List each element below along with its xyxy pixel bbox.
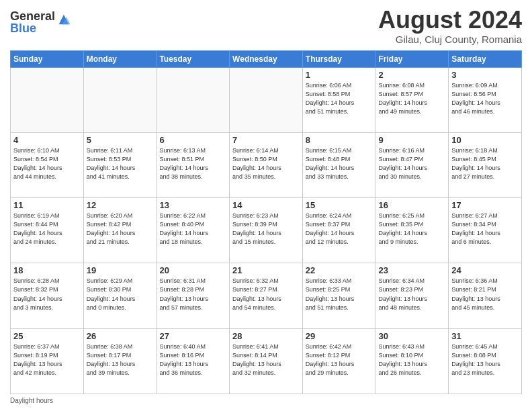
table-row: [157, 67, 230, 132]
calendar-week-row: 25Sunrise: 6:37 AM Sunset: 8:19 PM Dayli…: [11, 328, 522, 394]
footer: Daylight hours: [10, 397, 522, 404]
table-row: 22Sunrise: 6:33 AM Sunset: 8:25 PM Dayli…: [302, 263, 375, 328]
table-row: 23Sunrise: 6:34 AM Sunset: 8:23 PM Dayli…: [375, 263, 449, 328]
day-number: 19: [87, 265, 154, 275]
col-friday: Friday: [375, 50, 449, 67]
day-info: Sunrise: 6:40 AM Sunset: 8:16 PM Dayligh…: [159, 342, 226, 377]
table-row: 18Sunrise: 6:28 AM Sunset: 8:32 PM Dayli…: [11, 263, 84, 328]
day-info: Sunrise: 6:41 AM Sunset: 8:14 PM Dayligh…: [232, 342, 300, 377]
day-number: 27: [159, 331, 226, 341]
table-row: 4Sunrise: 6:10 AM Sunset: 8:54 PM Daylig…: [11, 132, 84, 197]
table-row: 15Sunrise: 6:24 AM Sunset: 8:37 PM Dayli…: [302, 198, 375, 263]
day-number: 15: [306, 200, 373, 210]
day-number: 30: [379, 331, 446, 341]
day-info: Sunrise: 6:29 AM Sunset: 8:30 PM Dayligh…: [87, 277, 154, 312]
table-row: 2Sunrise: 6:08 AM Sunset: 8:57 PM Daylig…: [375, 67, 449, 132]
logo-general: General: [10, 10, 55, 22]
calendar-week-row: 11Sunrise: 6:19 AM Sunset: 8:44 PM Dayli…: [11, 198, 522, 263]
logo-icon: [56, 12, 71, 27]
table-row: [230, 67, 303, 132]
table-row: 21Sunrise: 6:32 AM Sunset: 8:27 PM Dayli…: [230, 263, 303, 328]
day-info: Sunrise: 6:38 AM Sunset: 8:17 PM Dayligh…: [87, 342, 154, 377]
table-row: 7Sunrise: 6:14 AM Sunset: 8:50 PM Daylig…: [230, 132, 303, 197]
day-info: Sunrise: 6:11 AM Sunset: 8:53 PM Dayligh…: [87, 146, 154, 181]
day-number: 24: [451, 265, 519, 275]
day-info: Sunrise: 6:14 AM Sunset: 8:50 PM Dayligh…: [232, 146, 300, 181]
table-row: 5Sunrise: 6:11 AM Sunset: 8:53 PM Daylig…: [83, 132, 157, 197]
title-section: August 2024 Gilau, Cluj County, Romania: [378, 7, 522, 45]
table-row: 6Sunrise: 6:13 AM Sunset: 8:51 PM Daylig…: [157, 132, 230, 197]
col-saturday: Saturday: [449, 50, 522, 67]
day-info: Sunrise: 6:13 AM Sunset: 8:51 PM Dayligh…: [159, 146, 226, 181]
table-row: 16Sunrise: 6:25 AM Sunset: 8:35 PM Dayli…: [375, 198, 449, 263]
day-info: Sunrise: 6:25 AM Sunset: 8:35 PM Dayligh…: [379, 212, 446, 246]
table-row: 10Sunrise: 6:18 AM Sunset: 8:45 PM Dayli…: [449, 132, 522, 197]
table-row: 11Sunrise: 6:19 AM Sunset: 8:44 PM Dayli…: [11, 198, 84, 263]
day-info: Sunrise: 6:10 AM Sunset: 8:54 PM Dayligh…: [13, 146, 81, 181]
calendar-header-row: Sunday Monday Tuesday Wednesday Thursday…: [11, 50, 522, 67]
day-info: Sunrise: 6:15 AM Sunset: 8:48 PM Dayligh…: [306, 146, 373, 181]
day-info: Sunrise: 6:42 AM Sunset: 8:12 PM Dayligh…: [306, 342, 373, 377]
day-number: 29: [306, 331, 373, 341]
table-row: 28Sunrise: 6:41 AM Sunset: 8:14 PM Dayli…: [230, 328, 303, 394]
day-number: 8: [306, 135, 373, 145]
daylight-label: Daylight hours: [10, 397, 53, 404]
logo-blue: Blue: [10, 22, 55, 34]
table-row: 24Sunrise: 6:36 AM Sunset: 8:21 PM Dayli…: [449, 263, 522, 328]
day-info: Sunrise: 6:33 AM Sunset: 8:25 PM Dayligh…: [306, 277, 373, 312]
day-info: Sunrise: 6:27 AM Sunset: 8:34 PM Dayligh…: [451, 212, 519, 246]
day-info: Sunrise: 6:24 AM Sunset: 8:37 PM Dayligh…: [306, 212, 373, 246]
day-number: 2: [379, 70, 446, 80]
day-info: Sunrise: 6:34 AM Sunset: 8:23 PM Dayligh…: [379, 277, 446, 312]
day-number: 21: [232, 265, 300, 275]
page: General Blue August 2024 Gilau, Cluj Cou…: [0, 0, 532, 411]
day-info: Sunrise: 6:08 AM Sunset: 8:57 PM Dayligh…: [379, 81, 446, 116]
table-row: 14Sunrise: 6:23 AM Sunset: 8:39 PM Dayli…: [230, 198, 303, 263]
day-info: Sunrise: 6:31 AM Sunset: 8:28 PM Dayligh…: [159, 277, 226, 312]
day-info: Sunrise: 6:06 AM Sunset: 8:58 PM Dayligh…: [306, 81, 373, 116]
day-number: 4: [13, 135, 81, 145]
location: Gilau, Cluj County, Romania: [378, 34, 522, 45]
day-info: Sunrise: 6:32 AM Sunset: 8:27 PM Dayligh…: [232, 277, 300, 312]
table-row: 19Sunrise: 6:29 AM Sunset: 8:30 PM Dayli…: [83, 263, 157, 328]
logo-text: General Blue: [10, 10, 55, 34]
day-number: 12: [87, 200, 154, 210]
day-info: Sunrise: 6:23 AM Sunset: 8:39 PM Dayligh…: [232, 212, 300, 246]
day-number: 14: [232, 200, 300, 210]
col-wednesday: Wednesday: [230, 50, 303, 67]
col-monday: Monday: [83, 50, 157, 67]
table-row: 1Sunrise: 6:06 AM Sunset: 8:58 PM Daylig…: [302, 67, 375, 132]
calendar-week-row: 4Sunrise: 6:10 AM Sunset: 8:54 PM Daylig…: [11, 132, 522, 197]
day-info: Sunrise: 6:16 AM Sunset: 8:47 PM Dayligh…: [379, 146, 446, 181]
calendar-week-row: 1Sunrise: 6:06 AM Sunset: 8:58 PM Daylig…: [11, 67, 522, 132]
col-thursday: Thursday: [302, 50, 375, 67]
table-row: 31Sunrise: 6:45 AM Sunset: 8:08 PM Dayli…: [449, 328, 522, 394]
day-info: Sunrise: 6:43 AM Sunset: 8:10 PM Dayligh…: [379, 342, 446, 377]
table-row: 30Sunrise: 6:43 AM Sunset: 8:10 PM Dayli…: [375, 328, 449, 394]
month-title: August 2024: [378, 7, 522, 34]
table-row: [83, 67, 157, 132]
day-number: 9: [379, 135, 446, 145]
table-row: 3Sunrise: 6:09 AM Sunset: 8:56 PM Daylig…: [449, 67, 522, 132]
header: General Blue August 2024 Gilau, Cluj Cou…: [10, 7, 522, 45]
calendar-table: Sunday Monday Tuesday Wednesday Thursday…: [10, 50, 522, 394]
day-number: 16: [379, 200, 446, 210]
col-sunday: Sunday: [11, 50, 84, 67]
logo: General Blue: [10, 10, 71, 34]
table-row: [11, 67, 84, 132]
day-number: 11: [13, 200, 81, 210]
day-number: 25: [13, 331, 81, 341]
day-info: Sunrise: 6:19 AM Sunset: 8:44 PM Dayligh…: [13, 212, 81, 246]
col-tuesday: Tuesday: [157, 50, 230, 67]
day-number: 22: [306, 265, 373, 275]
day-info: Sunrise: 6:18 AM Sunset: 8:45 PM Dayligh…: [451, 146, 519, 181]
day-number: 23: [379, 265, 446, 275]
day-info: Sunrise: 6:22 AM Sunset: 8:40 PM Dayligh…: [159, 212, 226, 246]
day-number: 28: [232, 331, 300, 341]
day-number: 20: [159, 265, 226, 275]
table-row: 17Sunrise: 6:27 AM Sunset: 8:34 PM Dayli…: [449, 198, 522, 263]
day-number: 31: [451, 331, 519, 341]
table-row: 27Sunrise: 6:40 AM Sunset: 8:16 PM Dayli…: [157, 328, 230, 394]
day-number: 13: [159, 200, 226, 210]
day-info: Sunrise: 6:45 AM Sunset: 8:08 PM Dayligh…: [451, 342, 519, 377]
